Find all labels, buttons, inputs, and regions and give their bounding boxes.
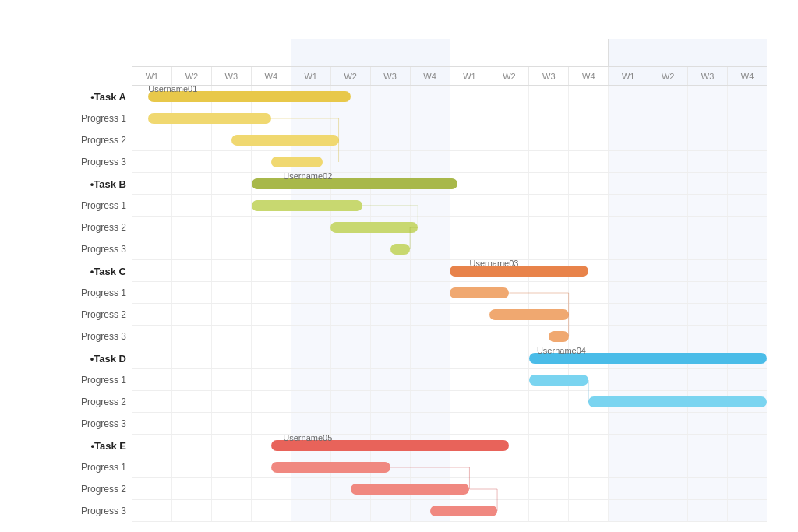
week-cell-11: W4 bbox=[569, 67, 609, 85]
progress-label: Progress 2 bbox=[31, 304, 132, 326]
week-cell-13: W2 bbox=[648, 67, 688, 85]
gantt-chart: •Task AProgress 1Progress 2Progress 3•Ta… bbox=[31, 39, 767, 522]
gantt-row bbox=[132, 282, 767, 304]
gantt-row bbox=[132, 107, 767, 129]
progress-label: Progress 2 bbox=[31, 478, 132, 500]
gantt-row bbox=[132, 326, 767, 347]
gantt-area: W1W2W3W4W1W2W3W4W1W2W3W4W1W2W3W4 Usernam… bbox=[132, 39, 767, 522]
progress-label: Progress 1 bbox=[31, 456, 132, 478]
week-cell-1: W2 bbox=[172, 67, 212, 85]
week-cell-10: W3 bbox=[529, 67, 569, 85]
weeks-header: W1W2W3W4W1W2W3W4W1W2W3W4W1W2W3W4 bbox=[132, 67, 767, 86]
gantt-row bbox=[132, 173, 767, 195]
progress-label: Progress 3 bbox=[31, 326, 132, 347]
week-cell-6: W3 bbox=[371, 67, 411, 85]
gantt-row bbox=[132, 86, 767, 107]
progress-label: Progress 1 bbox=[31, 107, 132, 129]
progress-label: Progress 1 bbox=[31, 282, 132, 304]
week-cell-12: W1 bbox=[609, 67, 648, 85]
progress-label: Progress 2 bbox=[31, 217, 132, 238]
months-header bbox=[132, 39, 767, 67]
progress-label: Progress 3 bbox=[31, 413, 132, 435]
row-labels: •Task AProgress 1Progress 2Progress 3•Ta… bbox=[31, 39, 132, 522]
gantt-row bbox=[132, 500, 767, 522]
week-cell-9: W2 bbox=[489, 67, 529, 85]
task-label: •Task E bbox=[31, 435, 132, 456]
gantt-row bbox=[132, 413, 767, 435]
progress-label: Progress 3 bbox=[31, 500, 132, 522]
task-label: •Task A bbox=[31, 86, 132, 107]
month-january bbox=[132, 39, 291, 66]
gantt-row bbox=[132, 195, 767, 217]
progress-label: Progress 1 bbox=[31, 369, 132, 391]
progress-label: Progress 3 bbox=[31, 151, 132, 173]
week-cell-4: W1 bbox=[291, 67, 331, 85]
week-cell-2: W3 bbox=[212, 67, 252, 85]
week-cell-0: W1 bbox=[132, 67, 172, 85]
progress-label: Progress 2 bbox=[31, 129, 132, 151]
progress-label: Progress 2 bbox=[31, 391, 132, 413]
week-cell-3: W4 bbox=[252, 67, 291, 85]
gantt-row bbox=[132, 304, 767, 326]
gantt-row bbox=[132, 260, 767, 282]
gantt-row bbox=[132, 347, 767, 369]
gantt-row bbox=[132, 391, 767, 413]
gantt-row bbox=[132, 369, 767, 391]
gantt-row bbox=[132, 238, 767, 260]
gantt-row bbox=[132, 435, 767, 456]
progress-label: Progress 3 bbox=[31, 238, 132, 260]
week-cell-15: W4 bbox=[728, 67, 767, 85]
gantt-rows: Username01Username02Username03Username04… bbox=[132, 86, 767, 522]
gantt-row bbox=[132, 129, 767, 151]
task-label: •Task D bbox=[31, 347, 132, 369]
task-label: •Task B bbox=[31, 173, 132, 195]
task-label: •Task C bbox=[31, 260, 132, 282]
progress-label: Progress 1 bbox=[31, 195, 132, 217]
month-february bbox=[291, 39, 450, 66]
gantt-row bbox=[132, 217, 767, 238]
week-cell-8: W1 bbox=[450, 67, 490, 85]
week-cell-5: W2 bbox=[331, 67, 371, 85]
gantt-row bbox=[132, 151, 767, 173]
month-march bbox=[450, 39, 609, 66]
month-april bbox=[609, 39, 767, 66]
week-cell-14: W3 bbox=[688, 67, 728, 85]
gantt-row bbox=[132, 478, 767, 500]
week-cell-7: W4 bbox=[411, 67, 450, 85]
gantt-row bbox=[132, 456, 767, 478]
